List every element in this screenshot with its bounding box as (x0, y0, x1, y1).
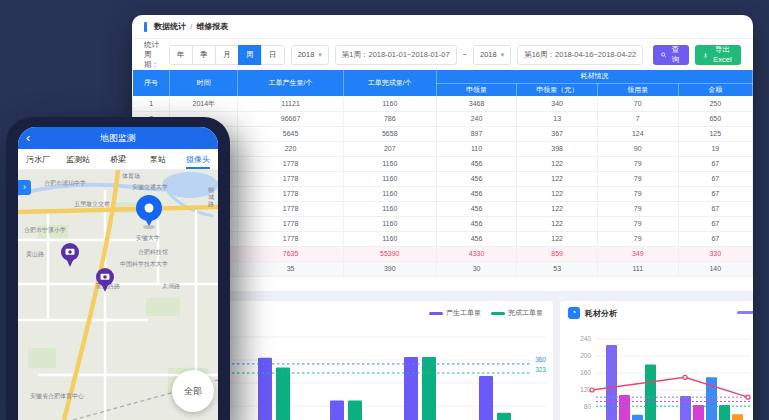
svg-text:太湖路: 太湖路 (162, 283, 180, 290)
period-option-年[interactable]: 年 (169, 45, 193, 65)
phone-tab-泵站[interactable]: 泵站 (138, 149, 178, 169)
col-header-used: 领用量 (597, 83, 678, 96)
table-cell: 7635 (238, 246, 343, 261)
breadcrumb-page: 维修报表 (196, 21, 228, 32)
period-option-日[interactable]: 日 (261, 45, 285, 65)
table-cell: 53 (517, 261, 598, 276)
end-year-select[interactable]: 2018 ▾ (473, 45, 511, 65)
table-cell: 67 (678, 216, 752, 231)
phone-tab-bar: 污水厂监测站桥梁泵站摄像头 (18, 149, 218, 170)
phone-tab-污水厂[interactable]: 污水厂 (18, 149, 58, 169)
table-cell: 3468 (436, 96, 517, 111)
table-cell: 30 (436, 261, 517, 276)
svg-text:五里墩立交桥: 五里墩立交桥 (74, 200, 110, 208)
map-expand-button[interactable]: › (18, 180, 31, 195)
map-view[interactable]: 合肥市琥珀中学体育场安徽交通大学五里墩立交桥合肥市宁溪小学安徽大学合肥科技馆中国… (18, 170, 218, 420)
table-cell: 96667 (238, 111, 343, 126)
period-option-周[interactable]: 周 (238, 45, 262, 65)
query-button[interactable]: 查询 (653, 45, 689, 65)
table-cell: 207 (343, 141, 436, 156)
table-cell: 67 (678, 231, 752, 246)
table-cell: 367 (517, 126, 598, 141)
svg-text:安徽交通大学: 安徽交通大学 (132, 183, 168, 191)
svg-text:体育场: 体育场 (122, 172, 140, 180)
table-cell: 456 (436, 186, 517, 201)
table-cell: 1160 (343, 201, 436, 216)
stage: 数据统计 / 维修报表 统计周期： 年季月周日 2018 ▾ 第1周：2018-… (0, 0, 769, 420)
table-cell: 79 (597, 231, 678, 246)
table-cell: 19 (678, 141, 752, 156)
svg-text:合肥市琥珀中学: 合肥市琥珀中学 (44, 179, 86, 187)
svg-text:323: 323 (535, 366, 546, 373)
table-cell: 79 (597, 171, 678, 186)
table-cell: 111 (597, 261, 678, 276)
table-cell: 1778 (238, 231, 343, 246)
workorder-chart-legend: 产生工单量完成工单量 (429, 308, 543, 318)
svg-text:360: 360 (535, 356, 546, 363)
col-header-time: 时间 (170, 70, 238, 96)
col-header-requested: 申领量 (436, 83, 517, 96)
table-cell: 390 (343, 261, 436, 276)
start-week-input[interactable]: 第1周：2018-01-01~2018-01-07 (335, 45, 457, 65)
breadcrumb-section[interactable]: 数据统计 (154, 21, 186, 32)
table-cell: 7 (597, 111, 678, 126)
table-cell: 79 (597, 201, 678, 216)
table-cell: 250 (678, 96, 752, 111)
table-cell: 67 (678, 186, 752, 201)
table-cell: 90 (597, 141, 678, 156)
back-icon[interactable]: ‹ (26, 128, 30, 148)
svg-text:桐: 桐 (207, 187, 214, 194)
table-cell: 1160 (343, 96, 436, 111)
table-cell: 79 (597, 216, 678, 231)
period-option-月[interactable]: 月 (215, 45, 239, 65)
table-row: 12014年111211160346834070250 (133, 96, 753, 111)
table-cell: 456 (436, 216, 517, 231)
end-week-input[interactable]: 第16周：2018-04-16~2018-04-22 (517, 45, 643, 65)
start-year-value: 2018 (298, 50, 315, 59)
table-cell: 67 (678, 171, 752, 186)
svg-text:160: 160 (580, 369, 591, 376)
svg-text:城: 城 (208, 194, 214, 200)
phone-tab-桥梁[interactable]: 桥梁 (98, 149, 138, 169)
search-icon (661, 51, 666, 59)
calendar-icon: ▾ (318, 51, 322, 59)
phone-header: ‹ 地图监测 (18, 127, 218, 149)
table-cell: 110 (436, 141, 517, 156)
table-cell: 13 (517, 111, 598, 126)
table-cell: 456 (436, 231, 517, 246)
download-icon (703, 51, 708, 59)
table-cell: 1160 (343, 156, 436, 171)
legend-item[interactable]: 产生工单量 (429, 308, 481, 318)
table-cell: 122 (517, 171, 598, 186)
table-cell: 897 (436, 126, 517, 141)
phone-tab-摄像头[interactable]: 摄像头 (178, 149, 218, 169)
breadcrumb-accent-bar (144, 22, 147, 32)
table-cell: 456 (436, 156, 517, 171)
svg-text:黄山路: 黄山路 (26, 251, 44, 258)
svg-text:80: 80 (584, 403, 592, 410)
col-header-created: 工单产生量/个 (238, 70, 343, 96)
period-option-季[interactable]: 季 (192, 45, 216, 65)
start-year-select[interactable]: 2018 ▾ (291, 45, 329, 65)
table-cell: 79 (597, 186, 678, 201)
table-cell: 5658 (343, 126, 436, 141)
table-cell: 1778 (238, 156, 343, 171)
table-cell: 1778 (238, 201, 343, 216)
table-cell: 1160 (343, 231, 436, 246)
table-cell: 650 (678, 111, 752, 126)
phone-tab-监测站[interactable]: 监测站 (58, 149, 98, 169)
col-group-consumables: 耗材情况 (436, 70, 752, 83)
export-excel-button[interactable]: 导出Excel (695, 45, 741, 65)
map-all-button[interactable]: 全部 (172, 370, 214, 412)
table-cell: 122 (517, 231, 598, 246)
svg-text:安徽省合肥体育中心: 安徽省合肥体育中心 (30, 392, 84, 400)
consumables-chart-card: ◔ 耗材分析 2402001601208040 (560, 301, 753, 420)
consumables-chart-title: 耗材分析 (585, 308, 617, 319)
table-cell: 1 (133, 96, 170, 111)
svg-text:路: 路 (208, 201, 214, 208)
consumables-chart-header: ◔ 耗材分析 (568, 307, 617, 319)
col-header-amount: 金额 (678, 83, 752, 96)
table-cell: 55390 (343, 246, 436, 261)
legend-item[interactable]: 完成工单量 (491, 308, 543, 318)
svg-text:200: 200 (580, 352, 591, 359)
